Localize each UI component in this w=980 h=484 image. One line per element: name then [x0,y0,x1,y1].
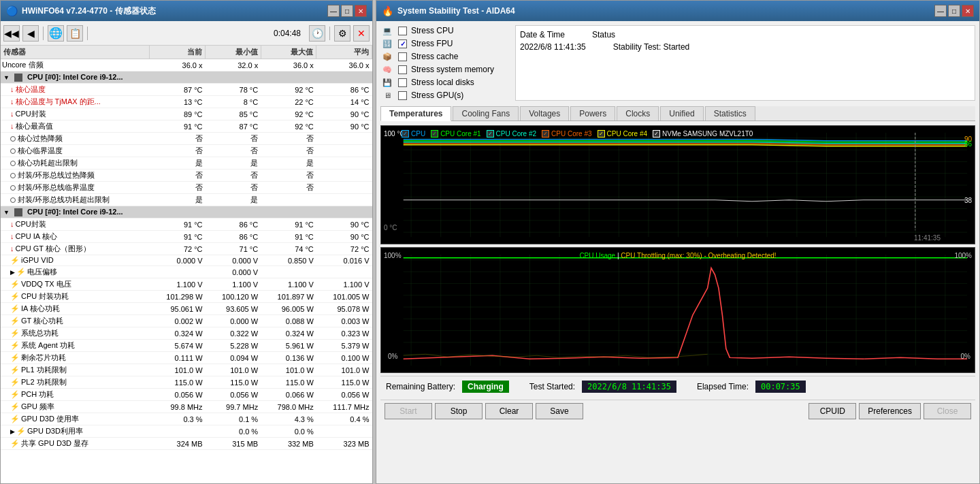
stress-cpu-checkbox[interactable] [398,27,407,35]
table-row[interactable]: ⚡剩余芯片功耗 0.111 W 0.094 W 0.136 W 0.100 W [1,352,372,364]
table-row[interactable]: ⚡GT 核心功耗 0.002 W 0.000 W 0.088 W 0.003 W [1,315,372,327]
stress-option-disk[interactable]: 💾 Stress local disks [380,77,510,88]
aida-minimize-btn[interactable]: — [934,5,947,17]
tab-temperatures[interactable]: Temperatures [380,106,451,121]
table-row[interactable]: ⚡iGPU VID 0.000 V 0.000 V 0.850 V 0.016 … [1,255,372,266]
stress-disk-checkbox[interactable] [398,78,407,87]
sensor-min: 否 [206,182,261,194]
stress-cache-checkbox[interactable] [398,52,407,61]
sensor-current: 101.0 W [150,364,206,376]
sensor-label: 封装/环形总线功耗超出限制 [1,194,150,206]
btn-stop[interactable]: Stop [435,403,483,419]
table-row[interactable]: ⚡PL2 功耗限制 115.0 W 115.0 W 115.0 W 115.0 … [1,376,372,389]
stress-option-cache[interactable]: 📦 Stress cache [380,51,510,62]
stress-mem-label: Stress system memory [411,65,494,74]
toolbar-exit-btn[interactable]: ✕ [353,25,370,42]
table-row[interactable]: ↓CPU IA 核心 91 °C 86 °C 91 °C 90 °C [1,231,372,243]
toolbar-nav-prev-btn[interactable]: ◀ [22,25,39,42]
stress-option-fpu[interactable]: 🔢 Stress FPU [380,38,510,49]
legend-checkbox-4[interactable] [598,130,605,138]
table-row[interactable]: ▼ CPU [#0]: Intel Core i9-12... [1,71,372,84]
tab-powers[interactable]: Powers [570,106,615,120]
table-row[interactable]: 封装/环形总线过热降频 否 否 否 [1,170,372,182]
sensor-min: 否 [206,170,261,182]
table-row[interactable]: ⚡系统 Agent 功耗 5.674 W 5.228 W 5.961 W 5.3… [1,340,372,352]
sensor-table-container[interactable]: 传感器 当前 最小值 最大值 平均 Uncore 倍频 36.0 x 32.0 … [1,46,372,483]
table-row[interactable]: ▼ CPU [#0]: Intel Core i9-12... [1,206,372,219]
sensor-avg: 115.0 W [316,376,372,389]
stress-option-cpu[interactable]: 💻 Stress CPU [380,25,510,36]
table-row[interactable]: ↓核心温度 87 °C 78 °C 92 °C 86 °C [1,84,372,96]
table-row[interactable]: 核心过热降频 否 否 否 [1,133,372,145]
table-row[interactable]: ⚡PL1 功耗限制 101.0 W 101.0 W 101.0 W 101.0 … [1,364,372,376]
table-row[interactable]: 核心功耗超出限制 是 是 是 [1,157,372,170]
stress-fpu-label: Stress FPU [411,39,453,48]
toolbar-clock-btn[interactable]: 🕐 [309,25,325,42]
btn-close[interactable]: Close [924,403,971,419]
table-row[interactable]: ↓CPU封装 89 °C 85 °C 92 °C 90 °C [1,108,372,120]
status-row-values: 2022/6/8 11:41:35 Stability Test: Starte… [520,42,970,52]
stress-option-mem[interactable]: 🧠 Stress system memory [380,64,510,75]
toolbar-nav-left-btn[interactable]: ◀◀ [3,25,20,42]
stress-disk-label: Stress local disks [411,78,474,87]
bottom-buttons: StartStopClearSaveCPUIDPreferencesClose [380,400,975,422]
toolbar-export-btn[interactable]: 📋 [67,25,83,42]
aida-close-btn[interactable]: ✕ [962,5,974,17]
sensor-label: ⚡GPU 频率 [1,401,150,413]
sensor-avg [316,145,372,157]
btn-clear[interactable]: Clear [485,403,533,419]
aida-maximize-btn[interactable]: □ [948,5,960,17]
table-row[interactable]: 封装/环形总线临界温度 否 否 否 [1,182,372,194]
legend-checkbox-3[interactable] [542,130,549,138]
sensor-max: 92 °C [261,84,316,96]
sensor-label: ⚡IA 核心功耗 [1,303,150,315]
stress-gpu-checkbox[interactable] [398,91,407,100]
btn-save[interactable]: Save [536,403,583,419]
table-row[interactable]: ⚡GPU D3D 使用率 0.3 % 0.1 % 4.3 % 0.4 % [1,413,372,425]
aida-title-bar: 🔥 System Stability Test - AIDA64 — □ ✕ [376,1,979,21]
table-row[interactable]: ↓CPU封装 91 °C 86 °C 91 °C 90 °C [1,219,372,231]
status-panel: Date & Time Status 2022/6/8 11:41:35 Sta… [515,25,975,101]
toolbar-network-btn[interactable]: 🌐 [48,25,64,42]
sensor-label: 核心功耗超出限制 [1,157,150,170]
toolbar-settings-btn[interactable]: ⚙ [334,25,350,42]
sensor-current: 否 [150,145,206,157]
table-row[interactable]: ↓核心最高值 91 °C 87 °C 92 °C 90 °C [1,120,372,133]
stress-cpu-label: Stress CPU [411,26,454,35]
table-row[interactable]: ⚡GPU 频率 99.8 MHz 99.7 MHz 798.0 MHz 111.… [1,401,372,413]
table-row[interactable]: Uncore 倍频 36.0 x 32.0 x 36.0 x 36.0 x [1,59,372,71]
table-row[interactable]: ⚡IA 核心功耗 95.061 W 93.605 W 96.005 W 95.0… [1,303,372,315]
table-row[interactable]: ▶⚡电压偏移 0.000 V [1,266,372,278]
btn-cpuid[interactable]: CPUID [808,403,856,419]
tab-voltages[interactable]: Voltages [520,106,569,120]
table-row[interactable]: ↓CPU GT 核心（图形） 72 °C 71 °C 74 °C 72 °C [1,243,372,255]
tab-statistics[interactable]: Statistics [705,106,755,120]
legend-checkbox-5[interactable] [653,130,660,138]
legend-label-3: CPU Core #3 [551,130,591,138]
tab-cooling-fans[interactable]: Cooling Fans [453,106,519,120]
sensor-max: 101.0 W [261,364,316,376]
table-row[interactable]: ⚡共享 GPU D3D 显存 324 MB 315 MB 332 MB 323 … [1,438,372,450]
table-row[interactable]: ↓核心温度与 TjMAX 的距... 13 °C 8 °C 22 °C 14 °… [1,96,372,108]
stress-fpu-checkbox[interactable] [398,39,407,48]
stress-option-gpu[interactable]: 🖥 Stress GPU(s) [380,90,510,101]
stress-mem-checkbox[interactable] [398,65,407,74]
table-row[interactable]: 封装/环形总线功耗超出限制 是 是 [1,194,372,206]
btn-preferences[interactable]: Preferences [859,403,921,419]
sensor-min: 0.000 V [206,255,261,266]
bottom-status: Remaining Battery: Charging Test Started… [380,376,975,397]
table-row[interactable]: 核心临界温度 否 否 否 [1,145,372,157]
table-row[interactable]: ⚡系统总功耗 0.324 W 0.322 W 0.324 W 0.323 W [1,327,372,340]
table-row[interactable]: ▶⚡GPU D3D利用率 0.0 % 0.0 % [1,425,372,438]
hwinfo-minimize-btn[interactable]: — [327,5,340,17]
table-row[interactable]: ⚡VDDQ TX 电压 1.100 V 1.100 V 1.100 V 1.10… [1,278,372,291]
tab-unified[interactable]: Unified [660,106,703,120]
hwinfo-maximize-btn[interactable]: □ [341,5,353,17]
legend-checkbox-2[interactable] [487,130,494,138]
table-row[interactable]: ⚡PCH 功耗 0.056 W 0.056 W 0.066 W 0.056 W [1,389,372,401]
table-row[interactable]: ⚡CPU 封装功耗 101.298 W 100.120 W 101.897 W … [1,291,372,303]
hwinfo-close-btn[interactable]: ✕ [355,5,367,17]
legend-checkbox-0[interactable] [402,130,409,138]
tab-clocks[interactable]: Clocks [617,106,659,120]
legend-checkbox-1[interactable] [431,130,438,138]
